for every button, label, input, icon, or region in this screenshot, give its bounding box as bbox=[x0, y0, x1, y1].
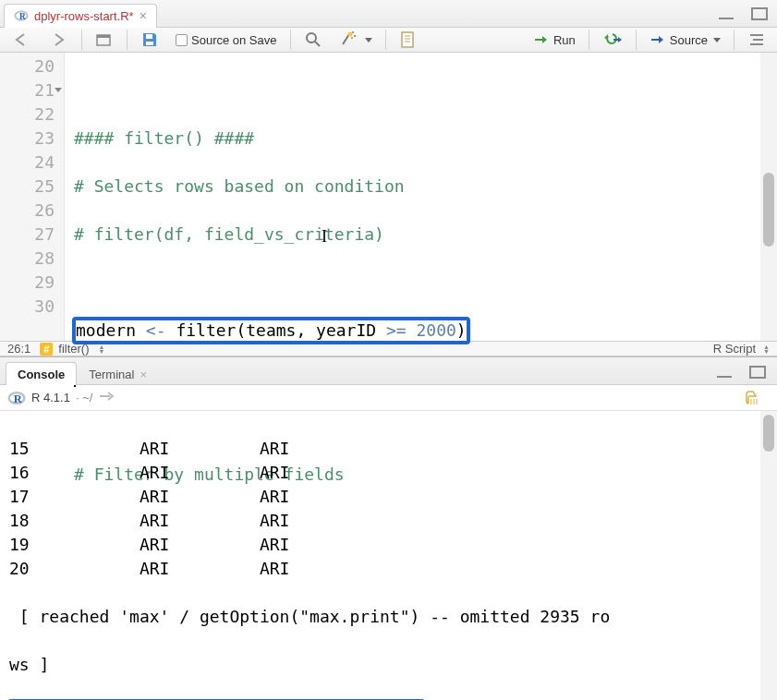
editor-tabbar: R dplyr-rows-start.R* × bbox=[0, 0, 777, 28]
tab-close-icon[interactable]: × bbox=[140, 368, 147, 381]
editor-toolbar: Source on Save Run Source bbox=[0, 28, 777, 53]
tab-console[interactable]: Console bbox=[6, 362, 77, 385]
separator bbox=[385, 30, 386, 50]
console-row: 17 ARI ARI bbox=[9, 485, 770, 509]
svg-rect-5 bbox=[97, 35, 110, 38]
svg-point-11 bbox=[352, 31, 354, 33]
separator bbox=[589, 30, 589, 50]
svg-point-8 bbox=[307, 33, 316, 42]
separator bbox=[290, 30, 291, 50]
r-logo-icon: R bbox=[7, 389, 26, 407]
file-tab-close-icon[interactable]: × bbox=[140, 8, 147, 23]
chevron-down-icon bbox=[713, 38, 721, 42]
highlighted-line: modern <- filter(teams, yearID >= 2000) bbox=[74, 319, 468, 343]
scrollbar-thumb[interactable] bbox=[763, 173, 774, 247]
console-row: 18 ARI ARI bbox=[9, 509, 770, 533]
console-row: 20 ARI ARI bbox=[9, 557, 770, 581]
console-row: 16 ARI ARI bbox=[9, 461, 770, 485]
nav-back-button[interactable] bbox=[6, 28, 37, 52]
svg-point-12 bbox=[354, 35, 356, 37]
separator bbox=[81, 30, 82, 50]
tab-terminal[interactable]: Terminal× bbox=[77, 362, 159, 385]
svg-line-9 bbox=[315, 42, 320, 46]
chevron-down-icon bbox=[365, 38, 372, 42]
rerun-button[interactable] bbox=[597, 28, 628, 52]
svg-rect-3 bbox=[752, 8, 767, 19]
console-row: 19 ARI ARI bbox=[9, 533, 770, 557]
file-tab-name: dplyr-rows-start.R* bbox=[34, 9, 134, 23]
editor-scrollbar[interactable] bbox=[760, 53, 777, 341]
code-content[interactable]: #### filter() #### # Selects rows based … bbox=[65, 53, 777, 341]
svg-point-10 bbox=[347, 32, 352, 37]
svg-point-13 bbox=[351, 37, 353, 39]
source-label: Source bbox=[670, 33, 708, 47]
hash-icon: # bbox=[40, 343, 53, 356]
source-on-save-toggle[interactable]: Source on Save bbox=[170, 28, 283, 52]
separator bbox=[734, 30, 735, 50]
svg-rect-7 bbox=[146, 42, 153, 45]
line-gutter: 20 21 22 23 24 25 26 27 28 29 30 bbox=[0, 53, 65, 341]
find-button[interactable] bbox=[298, 28, 328, 52]
minimize-pane-icon[interactable] bbox=[712, 2, 740, 26]
console-row: 15 ARI ARI bbox=[9, 437, 770, 461]
svg-text:R: R bbox=[14, 392, 23, 405]
checkbox-icon bbox=[176, 34, 188, 46]
save-button[interactable] bbox=[135, 28, 164, 52]
console-scrollbar[interactable] bbox=[760, 411, 777, 700]
max-print-msg-2: ws ] bbox=[9, 655, 49, 674]
svg-rect-2 bbox=[719, 18, 734, 19]
svg-text:R: R bbox=[19, 12, 26, 21]
code-editor[interactable]: 20 21 22 23 24 25 26 27 28 29 30 #### fi… bbox=[0, 53, 777, 341]
outline-button[interactable] bbox=[742, 28, 771, 52]
r-file-icon: R bbox=[14, 8, 29, 23]
maximize-pane-icon[interactable] bbox=[746, 2, 773, 26]
cursor-position: 26:1 bbox=[7, 342, 30, 356]
scrollbar-thumb[interactable] bbox=[763, 415, 774, 452]
svg-rect-14 bbox=[402, 32, 413, 47]
source-button[interactable]: Source bbox=[644, 28, 726, 52]
code-tools-button[interactable] bbox=[334, 28, 378, 52]
nav-forward-button[interactable] bbox=[42, 28, 74, 52]
svg-rect-6 bbox=[146, 34, 152, 39]
file-tab[interactable]: R dplyr-rows-start.R* × bbox=[4, 4, 157, 28]
separator bbox=[636, 30, 637, 50]
console-output[interactable]: 15 ARI ARI16 ARI ARI17 ARI ARI18 ARI ARI… bbox=[0, 411, 777, 700]
max-print-msg-1: [ reached 'max' / getOption("max.print")… bbox=[9, 607, 610, 626]
separator bbox=[127, 30, 127, 50]
source-on-save-label: Source on Save bbox=[191, 33, 277, 47]
run-button[interactable]: Run bbox=[528, 28, 581, 52]
r-version: R 4.1.1 bbox=[31, 391, 70, 404]
run-label: Run bbox=[553, 33, 576, 47]
show-in-new-window-button[interactable] bbox=[90, 28, 119, 52]
compile-report-button[interactable] bbox=[394, 28, 423, 52]
